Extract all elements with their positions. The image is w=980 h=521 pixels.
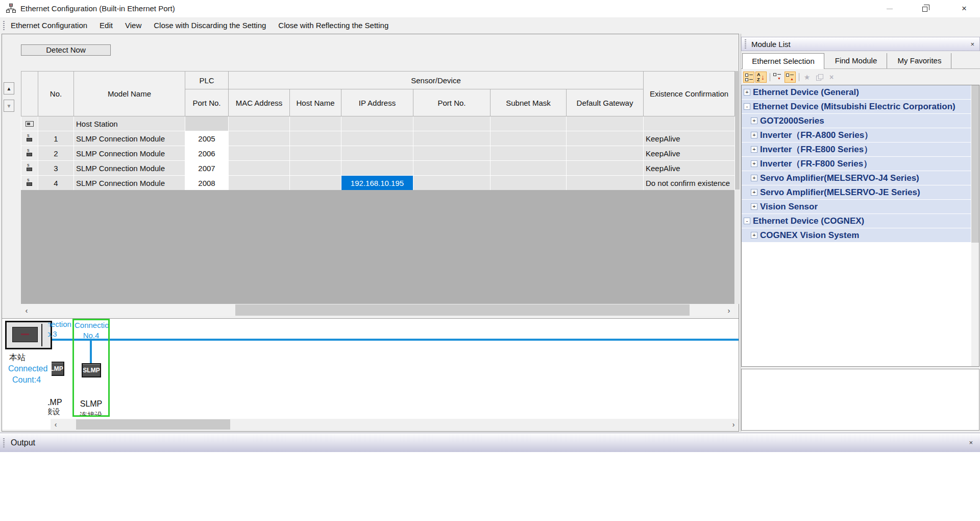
slmp-device-3[interactable]: SLMP bbox=[52, 362, 66, 377]
cell-model[interactable]: SLMP Connection Module bbox=[74, 176, 185, 191]
panel-close-icon[interactable]: × bbox=[970, 40, 974, 48]
scroll-right-icon[interactable]: › bbox=[723, 304, 734, 316]
cell-host[interactable] bbox=[290, 131, 341, 146]
expand-structure-icon[interactable] bbox=[743, 72, 754, 83]
tree-vertical-scrollbar[interactable] bbox=[971, 85, 979, 366]
connection-3-label[interactable]: Connection No.3 bbox=[48, 320, 72, 342]
cell-mac[interactable] bbox=[229, 146, 290, 161]
cell-plc-port[interactable]: 2007 bbox=[185, 161, 229, 176]
cell-model[interactable]: SLMP Connection Module bbox=[74, 161, 185, 176]
scrollbar-thumb[interactable] bbox=[235, 304, 690, 316]
expand-icon[interactable]: + bbox=[751, 146, 757, 153]
favorite-icon[interactable]: ★ bbox=[801, 72, 813, 83]
move-row-down-button[interactable]: ▼ bbox=[4, 100, 14, 112]
cell-port[interactable] bbox=[413, 161, 491, 176]
cell-ip-selected[interactable]: 192.168.10.195 bbox=[341, 176, 413, 191]
cell-host[interactable] bbox=[290, 116, 341, 131]
collapse-icon[interactable]: - bbox=[744, 218, 750, 224]
cell-model[interactable]: SLMP Connection Module bbox=[74, 131, 185, 146]
cell-no[interactable] bbox=[38, 116, 74, 131]
cell-gateway[interactable] bbox=[567, 146, 644, 161]
cell-ip[interactable] bbox=[341, 131, 413, 146]
scroll-left-icon[interactable]: ‹ bbox=[21, 304, 32, 316]
restore-button[interactable] bbox=[913, 0, 937, 17]
output-close-icon[interactable]: × bbox=[969, 439, 973, 446]
host-station-image[interactable] bbox=[5, 321, 52, 349]
cell-model[interactable]: Host Station bbox=[74, 116, 185, 131]
expand-icon[interactable]: + bbox=[751, 189, 757, 196]
expand-icon[interactable]: + bbox=[744, 89, 750, 96]
connection-4-selected[interactable]: Connection No.4 SLMP SLMP 连接设 bbox=[72, 319, 110, 417]
sort-az-icon[interactable]: A Z ↓ bbox=[755, 72, 767, 83]
cell-port[interactable] bbox=[413, 146, 491, 161]
cell-mac[interactable] bbox=[229, 131, 290, 146]
cell-port[interactable] bbox=[413, 116, 491, 131]
cell-no[interactable]: 2 bbox=[38, 146, 74, 161]
tree-item-inverter-fra800[interactable]: + Inverter（FR-A800 Series） bbox=[742, 128, 971, 142]
collapse-icon[interactable]: - bbox=[744, 103, 750, 110]
table-horizontal-scrollbar[interactable]: ‹ › bbox=[21, 304, 734, 316]
cell-plc-port[interactable] bbox=[185, 116, 229, 131]
close-button[interactable]: × bbox=[948, 0, 980, 17]
cell-gateway[interactable] bbox=[567, 161, 644, 176]
expand-icon[interactable]: + bbox=[751, 175, 757, 181]
menu-edit[interactable]: Edit bbox=[93, 17, 119, 34]
scroll-right-icon[interactable]: › bbox=[728, 419, 739, 430]
cell-gateway[interactable] bbox=[567, 131, 644, 146]
cell-model[interactable]: SLMP Connection Module bbox=[74, 146, 185, 161]
collapse-tree-filter-icon[interactable]: ▼ bbox=[772, 72, 783, 83]
move-row-up-button[interactable]: ▲ bbox=[4, 82, 14, 94]
cell-no[interactable]: 1 bbox=[38, 131, 74, 146]
cell-ip[interactable] bbox=[341, 116, 413, 131]
tree-item-got2000[interactable]: + GOT2000Series bbox=[742, 114, 971, 128]
tab-find-module[interactable]: Find Module bbox=[825, 53, 887, 68]
cell-existence[interactable]: KeepAlive bbox=[644, 146, 735, 161]
tree-item-ethernet-cognex[interactable]: - Ethernet Device (COGNEX) bbox=[742, 214, 971, 228]
expand-icon[interactable]: + bbox=[751, 203, 757, 210]
cell-plc-port[interactable]: 2005 bbox=[185, 131, 229, 146]
cell-port[interactable] bbox=[413, 176, 491, 191]
menu-ethernet-configuration[interactable]: Ethernet Configuration bbox=[5, 17, 93, 34]
cell-subnet[interactable] bbox=[491, 176, 567, 191]
cell-no[interactable]: 3 bbox=[38, 161, 74, 176]
cell-existence[interactable]: KeepAlive bbox=[644, 131, 735, 146]
cell-host[interactable] bbox=[290, 146, 341, 161]
add-favorite-icon[interactable] bbox=[814, 72, 825, 83]
tree-item-cognex-vision[interactable]: + COGNEX Vision System bbox=[742, 228, 971, 242]
expand-icon[interactable]: + bbox=[751, 232, 757, 239]
menu-view[interactable]: View bbox=[119, 17, 148, 34]
table-row-4[interactable]: s 4 SLMP Connection Module 2008 192.168.… bbox=[21, 176, 735, 191]
table-row-3[interactable]: s 3 SLMP Connection Module 2007 KeepAliv… bbox=[21, 161, 735, 176]
tree-item-servo-j4[interactable]: + Servo Amplifier(MELSERVO-J4 Series) bbox=[742, 171, 971, 185]
cell-subnet[interactable] bbox=[491, 116, 567, 131]
cell-existence[interactable] bbox=[644, 116, 735, 131]
cell-subnet[interactable] bbox=[491, 146, 567, 161]
tree-item-inverter-frf800[interactable]: + Inverter（FR-F800 Series） bbox=[742, 157, 971, 171]
delete-icon[interactable]: × bbox=[826, 72, 837, 83]
detect-now-button[interactable]: Detect Now bbox=[21, 44, 111, 56]
cell-existence[interactable]: KeepAlive bbox=[644, 161, 735, 176]
scrollbar-thumb[interactable] bbox=[76, 419, 230, 430]
scroll-left-icon[interactable]: ‹ bbox=[51, 419, 61, 430]
cell-existence[interactable]: Do not confirm existence bbox=[644, 176, 735, 191]
table-row-1[interactable]: s 1 SLMP Connection Module 2005 KeepAliv… bbox=[21, 131, 735, 146]
table-row-host-station[interactable]: Host Station bbox=[21, 116, 735, 131]
cell-port[interactable] bbox=[413, 131, 491, 146]
tree-item-servo-je[interactable]: + Servo Amplifier(MELSERVO-JE Series) bbox=[742, 185, 971, 199]
expand-icon[interactable]: + bbox=[751, 117, 757, 124]
tab-ethernet-selection[interactable]: Ethernet Selection bbox=[742, 53, 824, 69]
tree-item-ethernet-general[interactable]: + Ethernet Device (General) bbox=[742, 85, 971, 99]
menu-close-discarding[interactable]: Close with Discarding the Setting bbox=[148, 17, 272, 34]
cell-gateway[interactable] bbox=[567, 176, 644, 191]
table-row-2[interactable]: s 2 SLMP Connection Module 2006 KeepAliv… bbox=[21, 146, 735, 161]
tab-my-favorites[interactable]: My Favorites bbox=[888, 53, 951, 68]
cell-host[interactable] bbox=[290, 161, 341, 176]
tree-item-vision-sensor[interactable]: + Vision Sensor bbox=[742, 200, 971, 214]
cell-mac[interactable] bbox=[229, 161, 290, 176]
minimize-button[interactable] bbox=[878, 0, 901, 17]
cell-subnet[interactable] bbox=[491, 131, 567, 146]
menu-close-reflecting[interactable]: Close with Reflecting the Setting bbox=[272, 17, 395, 34]
cell-host[interactable] bbox=[290, 176, 341, 191]
tree-item-inverter-fre800[interactable]: + Inverter（FR-E800 Series） bbox=[742, 143, 971, 156]
table-vertical-scrollbar[interactable] bbox=[735, 71, 740, 304]
